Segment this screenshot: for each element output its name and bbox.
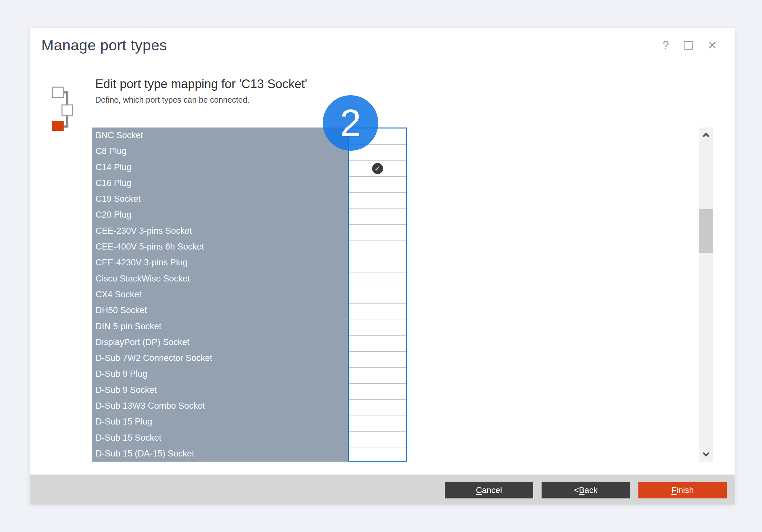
page-subtitle: Define, which port types can be connecte… <box>95 95 250 105</box>
checkbox-cell[interactable] <box>349 383 406 399</box>
checkbox-cell[interactable] <box>349 303 406 319</box>
manage-port-types-dialog: Manage port types ? ✕ Edit port type map… <box>30 28 734 504</box>
checkbox-cell[interactable] <box>349 431 406 447</box>
checkbox-cell[interactable] <box>349 192 406 208</box>
checkbox-cell[interactable]: ✓ <box>349 160 406 176</box>
page-title: Edit port type mapping for 'C13 Socket' <box>95 77 307 91</box>
checkbox-cell[interactable] <box>349 288 406 303</box>
checkbox-cell[interactable] <box>349 208 406 224</box>
list-item[interactable]: DisplayPort (DP) Socket <box>92 335 348 350</box>
checkbox-cell[interactable] <box>349 176 406 192</box>
scrollbar-down-button[interactable] <box>699 448 713 461</box>
list-scrollbar[interactable] <box>699 127 713 462</box>
list-item[interactable]: DH50 Socket <box>92 302 348 318</box>
checkbox-cell[interactable] <box>349 256 406 271</box>
list-item[interactable]: BNC Socket <box>92 127 348 143</box>
list-item[interactable]: D-Sub 13W3 Combo Socket <box>92 398 348 414</box>
dialog-button-bar: Cancel < Back Finish <box>30 475 734 504</box>
list-item[interactable]: C16 Plug <box>92 175 348 191</box>
checkbox-cell[interactable] <box>349 240 406 256</box>
chevron-down-icon <box>703 450 709 456</box>
cancel-button[interactable]: Cancel <box>445 482 533 498</box>
list-item[interactable]: C20 Plug <box>92 207 348 223</box>
list-item[interactable]: CEE-400V 5-pins 6h Socket <box>92 239 348 255</box>
list-item[interactable]: CX4 Socket <box>92 287 348 302</box>
finish-button[interactable]: Finish <box>639 482 727 498</box>
scrollbar-thumb[interactable] <box>699 209 713 253</box>
back-button[interactable]: < Back <box>542 482 630 498</box>
checkbox-cell[interactable] <box>349 224 406 240</box>
annotation-step-badge: 2 <box>323 95 378 151</box>
checkbox-cell[interactable] <box>349 415 406 431</box>
list-item[interactable]: CEE-4230V 3-pins Plug <box>92 255 348 270</box>
scrollbar-up-button[interactable] <box>699 128 713 141</box>
list-item[interactable]: DIN 5-pin Socket <box>92 319 348 335</box>
checkbox-cell[interactable] <box>349 351 406 367</box>
checkbox-cell[interactable] <box>349 336 406 351</box>
checkbox-cell[interactable] <box>349 367 406 383</box>
list-item[interactable]: C14 Plug <box>92 160 348 175</box>
window-controls: ? ✕ <box>662 40 717 51</box>
checked-icon: ✓ <box>372 163 383 174</box>
help-icon[interactable]: ? <box>662 40 669 51</box>
list-item[interactable]: Cisco StackWise Socket <box>92 271 348 287</box>
list-item[interactable]: D-Sub 9 Plug <box>92 366 348 382</box>
close-icon[interactable]: ✕ <box>708 40 717 51</box>
list-item[interactable]: C8 Plug <box>92 143 348 159</box>
list-item[interactable]: D-Sub 15 (DA-15) Socket <box>92 446 348 462</box>
checkbox-cell[interactable] <box>349 272 406 288</box>
checkbox-cell[interactable] <box>349 399 406 415</box>
port-type-list: BNC SocketC8 PlugC14 PlugC16 PlugC19 Soc… <box>92 127 348 462</box>
dialog-title: Manage port types <box>41 37 167 54</box>
list-item[interactable]: D-Sub 15 Socket <box>92 430 348 446</box>
wizard-step-icon <box>46 82 76 132</box>
checkbox-cell[interactable] <box>349 447 406 462</box>
maximize-icon[interactable] <box>684 41 693 50</box>
chevron-up-icon <box>703 133 709 139</box>
checkbox-column: ✓ <box>348 127 407 462</box>
checkbox-cell[interactable] <box>349 320 406 336</box>
list-item[interactable]: CEE-230V 3-pins Socket <box>92 223 348 239</box>
list-item[interactable]: C19 Socket <box>92 191 348 207</box>
list-item[interactable]: D-Sub 9 Socket <box>92 382 348 398</box>
list-item[interactable]: D-Sub 15 Plug <box>92 414 348 430</box>
maximize-box-glyph <box>684 41 693 50</box>
list-item[interactable]: D-Sub 7W2 Connector Socket <box>92 350 348 366</box>
